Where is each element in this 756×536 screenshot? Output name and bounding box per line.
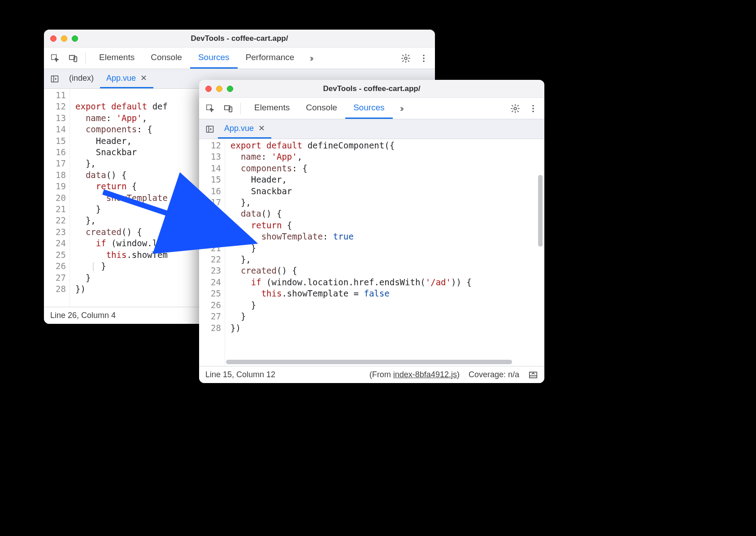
main-toolbar: ElementsConsoleSourcesPerformance ›› (44, 48, 435, 69)
zoom-window-button[interactable] (72, 35, 78, 42)
svg-point-12 (514, 107, 517, 110)
cursor-position: Line 26, Column 4 (50, 311, 116, 320)
code-line: } (230, 311, 544, 322)
line-gutter: 12 13 14 15 16 17 18 19 20 21 22 23 24 2… (199, 139, 225, 366)
code-editor[interactable]: 12 13 14 15 16 17 18 19 20 21 22 23 24 2… (199, 139, 544, 366)
gear-icon[interactable] (508, 102, 522, 115)
code-line: created() { (230, 265, 544, 276)
code-line: if (window.location.href.endsWith('/ad')… (230, 277, 544, 288)
panel-tabs: ElementsConsoleSources (246, 98, 393, 119)
drawer-icon[interactable] (528, 370, 538, 380)
code-line: showTemplate: true (230, 231, 544, 242)
code-line: Snackbar (230, 186, 544, 197)
navigator-icon[interactable] (202, 119, 218, 139)
main-toolbar: ElementsConsoleSources ›› (199, 98, 544, 119)
svg-point-3 (404, 57, 407, 60)
overflow-icon[interactable]: ›› (307, 53, 314, 63)
file-tab-label: (index) (69, 74, 94, 83)
code-line: Header, (230, 174, 544, 185)
panel-tab-elements[interactable]: Elements (91, 48, 143, 69)
panel-tab-console[interactable]: Console (143, 48, 190, 69)
file-tab[interactable]: (index) (63, 69, 100, 88)
file-tab-label: App.vue (106, 74, 136, 83)
svg-point-4 (423, 54, 424, 56)
panel-tab-sources[interactable]: Sources (345, 98, 393, 119)
code-line: } (230, 300, 544, 311)
code-line: } (230, 243, 544, 254)
file-tabs-bar: App.vue✕ (199, 119, 544, 139)
coverage-status: Coverage: n/a (469, 370, 519, 379)
close-icon[interactable]: ✕ (258, 123, 265, 133)
code-line: this.showTemplate = false (230, 288, 544, 299)
panel-tabs: ElementsConsoleSourcesPerformance (91, 48, 302, 69)
close-window-button[interactable] (205, 86, 212, 92)
file-tab[interactable]: App.vue✕ (218, 119, 271, 139)
panel-tab-console[interactable]: Console (298, 98, 345, 119)
kebab-icon[interactable] (526, 102, 540, 115)
svg-rect-2 (74, 57, 77, 61)
zoom-window-button[interactable] (227, 86, 233, 92)
panel-tab-elements[interactable]: Elements (246, 98, 298, 119)
minimize-window-button[interactable] (61, 35, 67, 42)
code-area[interactable]: export default defineComponent({ name: '… (225, 139, 544, 366)
svg-point-6 (423, 60, 424, 61)
svg-point-14 (532, 108, 534, 109)
code-line: }, (230, 254, 544, 265)
svg-point-15 (532, 110, 534, 112)
code-line: components: { (230, 163, 544, 174)
toolbar-separator (85, 52, 86, 64)
file-tab-label: App.vue (224, 124, 254, 133)
vertical-scrollbar[interactable] (537, 139, 543, 366)
close-window-button[interactable] (50, 35, 56, 42)
overflow-icon[interactable]: ›› (397, 103, 405, 113)
close-icon[interactable]: ✕ (140, 73, 147, 83)
titlebar[interactable]: DevTools - coffee-cart.app/ (199, 80, 544, 98)
inspect-icon[interactable] (204, 102, 217, 115)
window-title: DevTools - coffee-cart.app/ (44, 34, 435, 43)
svg-point-13 (532, 105, 534, 106)
minimize-window-button[interactable] (216, 86, 222, 92)
titlebar[interactable]: DevTools - coffee-cart.app/ (44, 30, 435, 48)
code-line: }) (230, 322, 544, 334)
gear-icon[interactable] (399, 52, 413, 65)
device-toolbar-icon[interactable] (222, 102, 235, 115)
horizontal-scrollbar[interactable] (226, 359, 537, 365)
code-line: data() { (230, 208, 544, 219)
file-tab[interactable]: App.vue✕ (100, 69, 153, 88)
inspect-icon[interactable] (48, 52, 62, 65)
navigator-icon[interactable] (47, 69, 63, 88)
svg-rect-11 (229, 107, 232, 112)
device-toolbar-icon[interactable] (66, 52, 80, 65)
code-line: }, (230, 197, 544, 208)
code-line: export default defineComponent({ (230, 140, 544, 151)
svg-rect-7 (52, 76, 58, 82)
code-line: return { (230, 220, 544, 231)
line-gutter: 11 12 13 14 15 16 17 18 19 20 21 22 23 2… (44, 89, 70, 307)
source-map-link[interactable]: index-8bfa4912.js (393, 370, 457, 379)
source-mapped-from: (From index-8bfa4912.js) (369, 370, 460, 379)
devtools-window-front: DevTools - coffee-cart.app/ ElementsCons… (199, 80, 544, 383)
svg-point-5 (423, 57, 424, 59)
code-line: name: 'App', (230, 151, 544, 162)
cursor-position: Line 15, Column 12 (205, 370, 275, 379)
status-bar: Line 15, Column 12 (From index-8bfa4912.… (199, 366, 544, 383)
kebab-icon[interactable] (417, 52, 430, 65)
panel-tab-sources[interactable]: Sources (190, 48, 238, 69)
panel-tab-performance[interactable]: Performance (238, 48, 303, 69)
svg-rect-16 (207, 126, 213, 132)
window-title: DevTools - coffee-cart.app/ (199, 84, 544, 93)
toolbar-separator (240, 103, 241, 114)
